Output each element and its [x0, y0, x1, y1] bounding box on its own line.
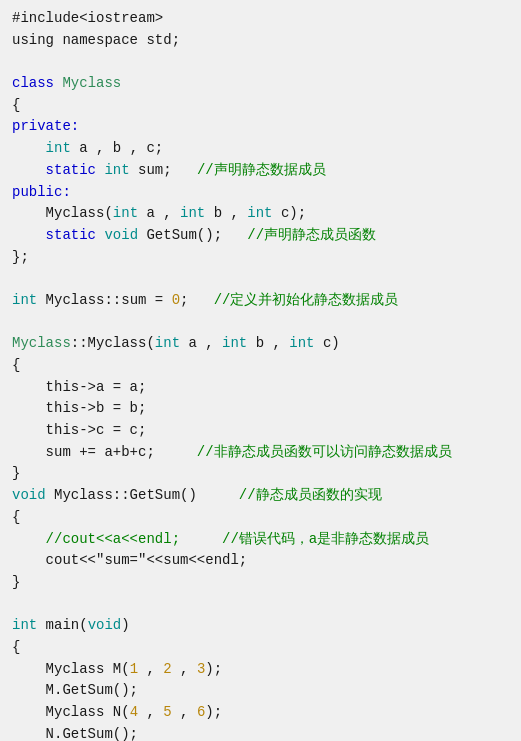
code-line: void Myclass::GetSum() //静态成员函数的实现	[12, 485, 509, 507]
code-token: b ,	[247, 333, 289, 355]
code-token: this->b = b;	[12, 398, 146, 420]
code-token: int	[155, 333, 180, 355]
code-line: {	[12, 637, 509, 659]
code-token: int	[46, 138, 71, 160]
code-token: Myclass	[62, 73, 121, 95]
code-token: //cout<<a<<endl; //错误代码，a是非静态数据成员	[46, 529, 430, 551]
code-token: void	[88, 615, 122, 637]
code-token: )	[121, 615, 129, 637]
code-token: //非静态成员函数可以访问静态数据成员	[197, 442, 452, 464]
code-token: int	[247, 203, 272, 225]
code-token: int	[104, 160, 129, 182]
code-token: a , b , c;	[71, 138, 163, 160]
code-token	[12, 529, 46, 551]
code-token: static	[46, 225, 96, 247]
code-token: Myclass	[12, 333, 71, 355]
code-token: public:	[12, 182, 71, 204]
code-token: //声明静态数据成员	[197, 160, 326, 182]
code-token	[96, 225, 104, 247]
code-token	[12, 138, 46, 160]
code-line	[12, 51, 509, 73]
code-token: Myclass::GetSum()	[46, 485, 239, 507]
code-token: ,	[138, 659, 163, 681]
code-line: M.GetSum();	[12, 680, 509, 702]
code-line: private:	[12, 116, 509, 138]
code-token: }	[12, 463, 20, 485]
code-token: ,	[172, 659, 197, 681]
code-token: ,	[138, 702, 163, 724]
code-token: this->c = c;	[12, 420, 146, 442]
code-token: a ,	[180, 333, 222, 355]
code-line: Myclass(int a , int b , int c);	[12, 203, 509, 225]
code-token: static	[46, 160, 96, 182]
code-token: 4	[130, 702, 138, 724]
code-token: 0	[172, 290, 180, 312]
code-line: this->a = a;	[12, 377, 509, 399]
code-token: c);	[273, 203, 307, 225]
code-line: public:	[12, 182, 509, 204]
code-line: cout<<"sum="<<sum<<endl;	[12, 550, 509, 572]
code-token: Myclass N(	[12, 702, 130, 724]
code-token: void	[104, 225, 138, 247]
code-line: Myclass M(1 , 2 , 3);	[12, 659, 509, 681]
code-line: class Myclass	[12, 73, 509, 95]
code-token: };	[12, 247, 29, 269]
code-line: this->b = b;	[12, 398, 509, 420]
code-token: N.GetSum();	[12, 724, 138, 741]
code-token: Myclass M(	[12, 659, 130, 681]
code-token: 5	[163, 702, 171, 724]
code-line: };	[12, 247, 509, 269]
code-line: this->c = c;	[12, 420, 509, 442]
code-token: 6	[197, 702, 205, 724]
code-token: int	[113, 203, 138, 225]
code-token	[96, 160, 104, 182]
code-line	[12, 594, 509, 616]
code-token: }	[12, 572, 20, 594]
code-token: {	[12, 507, 20, 529]
code-token: int	[180, 203, 205, 225]
code-token: ;	[180, 290, 214, 312]
code-token	[12, 225, 46, 247]
code-line: #include<iostream>	[12, 8, 509, 30]
code-token: Myclass::sum =	[37, 290, 171, 312]
code-line: sum += a+b+c; //非静态成员函数可以访问静态数据成员	[12, 442, 509, 464]
code-token: //静态成员函数的实现	[239, 485, 382, 507]
code-token: 3	[197, 659, 205, 681]
code-token: //定义并初始化静态数据成员	[214, 290, 399, 312]
code-token: GetSum();	[138, 225, 247, 247]
code-token: {	[12, 637, 20, 659]
code-token: class	[12, 73, 62, 95]
code-line: static void GetSum(); //声明静态成员函数	[12, 225, 509, 247]
code-token: //声明静态成员函数	[247, 225, 376, 247]
code-token: ::Myclass(	[71, 333, 155, 355]
code-token: this->a = a;	[12, 377, 146, 399]
code-token: sum;	[130, 160, 197, 182]
code-token: );	[205, 659, 222, 681]
code-token: sum += a+b+c;	[12, 442, 197, 464]
code-line	[12, 268, 509, 290]
code-editor: #include<iostream>using namespace std; c…	[0, 0, 521, 741]
code-token: main(	[37, 615, 87, 637]
code-token: 1	[130, 659, 138, 681]
code-line: }	[12, 463, 509, 485]
code-line	[12, 312, 509, 334]
code-token: cout<<"sum="<<sum<<endl;	[12, 550, 247, 572]
code-line: {	[12, 507, 509, 529]
code-token: int	[12, 615, 37, 637]
code-token: 2	[163, 659, 171, 681]
code-line: static int sum; //声明静态数据成员	[12, 160, 509, 182]
code-token: );	[205, 702, 222, 724]
code-line: //cout<<a<<endl; //错误代码，a是非静态数据成员	[12, 529, 509, 551]
code-line: {	[12, 355, 509, 377]
code-token: b ,	[205, 203, 247, 225]
code-token: void	[12, 485, 46, 507]
code-line: Myclass N(4 , 5 , 6);	[12, 702, 509, 724]
code-token: c)	[315, 333, 340, 355]
code-token: int	[289, 333, 314, 355]
code-token: #include<iostream>	[12, 8, 163, 30]
code-line: {	[12, 95, 509, 117]
code-token: {	[12, 355, 20, 377]
code-line: int a , b , c;	[12, 138, 509, 160]
code-line: int Myclass::sum = 0; //定义并初始化静态数据成员	[12, 290, 509, 312]
code-token: M.GetSum();	[12, 680, 138, 702]
